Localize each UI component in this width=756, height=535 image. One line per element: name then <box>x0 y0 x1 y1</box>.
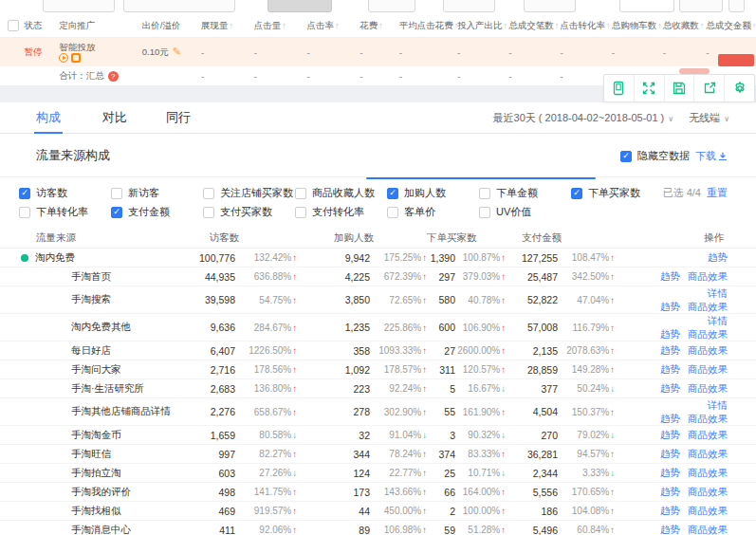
sort-arrow-icon[interactable]: ↑ <box>335 21 340 30</box>
trend-link[interactable]: 趋势 <box>660 467 680 478</box>
column-header-10[interactable]: 点击转化率↑ <box>560 20 611 32</box>
product-effect-link[interactable]: 商品效果 <box>688 505 728 516</box>
column-header-11[interactable]: 总购物车数↑ <box>612 20 663 32</box>
campaign-row[interactable]: 暂停 智能投放 0.10元✎ ----------- <box>0 38 756 66</box>
table-row[interactable]: 淘内免费100,776132.42%↑9,942175.25%↑1,390100… <box>0 249 756 268</box>
toolbar-dropdown-cutoff[interactable] <box>619 0 674 12</box>
select-all-checkbox[interactable] <box>8 20 19 31</box>
toolbar-button-cutoff[interactable] <box>43 0 115 12</box>
detail-link[interactable]: 详情 <box>708 287 728 299</box>
export-button[interactable] <box>694 75 725 101</box>
detail-link[interactable]: 详情 <box>708 399 728 411</box>
metric-filter-2-3[interactable]: 支付转化率 <box>295 205 387 219</box>
column-header-12[interactable]: 总收藏数↑ <box>663 20 706 32</box>
toolbar-mini-button-cutoff[interactable] <box>728 0 745 12</box>
product-effect-link[interactable]: 商品效果 <box>688 413 728 424</box>
table-row[interactable]: 手淘首页44,935636.88%↑4,225672.39%↑297379.03… <box>0 268 756 286</box>
table-row[interactable]: 手淘拍立淘60327.26%↓12422.77%↑2510.71%↓2,3443… <box>0 464 756 483</box>
terminal-select[interactable]: 无线端∨ <box>689 111 729 125</box>
metric-filter-1-2[interactable]: 关注店铺买家数 <box>203 186 295 200</box>
filter-checkbox[interactable]: ✓ <box>19 188 30 199</box>
sort-arrow-icon[interactable]: ↑ <box>282 21 286 30</box>
download-link[interactable]: 下载 <box>695 149 728 163</box>
sort-arrow-icon[interactable]: ↑ <box>229 21 233 30</box>
column-header-5[interactable]: 点击率↑ <box>307 20 360 32</box>
metric-filter-1-0[interactable]: ✓访客数 <box>19 186 111 200</box>
trend-link[interactable]: 趋势 <box>660 413 680 424</box>
table-row[interactable]: 淘内免费其他9,636284.67%↑1,235225.86%↑600106.9… <box>0 314 756 341</box>
tab-peers[interactable]: 同行 <box>166 102 191 134</box>
metric-filter-2-2[interactable]: 支付买家数 <box>203 205 295 219</box>
help-icon[interactable]: ? <box>108 71 119 82</box>
column-header-4[interactable]: 点击量↑ <box>254 20 307 32</box>
toolbar-button-cutoff[interactable] <box>443 0 495 12</box>
product-effect-link[interactable]: 商品效果 <box>688 363 728 375</box>
hide-empty-checkbox[interactable]: ✓ <box>620 151 632 162</box>
trend-link[interactable]: 趋势 <box>660 344 680 356</box>
trend-link[interactable]: 趋势 <box>660 524 680 535</box>
sort-arrow-icon[interactable]: ↑ <box>504 21 508 30</box>
column-header-7[interactable]: 平均点击花费↑ <box>399 20 457 32</box>
mobile-preview-button[interactable] <box>604 75 635 101</box>
product-effect-link[interactable]: 商品效果 <box>688 524 728 535</box>
filter-checkbox[interactable] <box>19 207 30 218</box>
table-row[interactable]: 手淘消息中心41192.06%↑89106.98%↑5951.28%↑5,496… <box>0 521 756 535</box>
filter-checkbox[interactable] <box>479 188 490 199</box>
reset-link[interactable]: 重置 <box>707 186 728 200</box>
sort-arrow-icon[interactable]: ↑ <box>555 21 560 30</box>
trend-link[interactable]: 趋势 <box>660 486 680 497</box>
trend-link[interactable]: 趋势 <box>660 301 680 312</box>
filter-checkbox[interactable] <box>295 188 306 199</box>
table-row[interactable]: 手淘淘金币1,65980.58%↓3291.04%↓390.32%↓27079.… <box>0 426 756 445</box>
table-row[interactable]: 手淘旺信99782.27%↑34478.24%↑37483.33%↑36,281… <box>0 445 756 464</box>
product-effect-link[interactable]: 商品效果 <box>688 270 728 282</box>
edit-bid-icon[interactable]: ✎ <box>173 46 181 57</box>
sort-arrow-icon[interactable]: ↑ <box>657 21 662 30</box>
trend-link[interactable]: 趋势 <box>660 328 680 340</box>
product-effect-link[interactable]: 商品效果 <box>688 486 728 497</box>
metric-filter-2-5[interactable]: UV价值 <box>479 205 571 219</box>
red-button-cutoff[interactable] <box>718 54 754 66</box>
sort-arrow-icon[interactable]: ↑ <box>378 21 383 30</box>
column-header-9[interactable]: 总成交笔数↑ <box>508 20 560 32</box>
fullscreen-button[interactable] <box>635 75 665 101</box>
filter-checkbox[interactable] <box>203 188 214 199</box>
table-row[interactable]: 手淘其他店铺商品详情2,276658.67%↑278302.90%↑55161.… <box>0 398 756 426</box>
tab-compare[interactable]: 对比 <box>102 102 127 134</box>
metric-filter-2-0[interactable]: 下单转化率 <box>19 205 111 219</box>
column-header-13[interactable]: 总成交金额↑ <box>706 20 756 32</box>
filter-checkbox[interactable]: ✓ <box>111 207 122 218</box>
column-header-6[interactable]: 花费↑ <box>360 20 398 32</box>
date-range-select[interactable]: 最近30天 ( 2018-04-02~2018-05-01 )∨ <box>493 111 674 125</box>
table-row[interactable]: 手淘找相似469919.57%↑44450.00%↑2100.00%↑18610… <box>0 502 756 521</box>
filter-checkbox[interactable] <box>203 207 214 218</box>
image-icon[interactable] <box>71 53 81 63</box>
table-row[interactable]: 每日好店6,4071226.50%↑3581093.33%↑272600.00%… <box>0 341 756 360</box>
trend-link[interactable]: 趋势 <box>660 448 680 459</box>
filter-checkbox[interactable] <box>295 207 306 218</box>
filter-checkbox[interactable] <box>387 207 398 218</box>
filter-checkbox[interactable]: ✓ <box>571 188 582 199</box>
metric-filter-1-4[interactable]: ✓加购人数 <box>387 186 479 200</box>
metric-filter-2-4[interactable]: 客单价 <box>387 205 479 219</box>
toolbar-button-cutoff[interactable] <box>123 0 235 12</box>
sort-arrow-icon[interactable]: ↑ <box>752 21 756 30</box>
settings-button[interactable] <box>725 75 754 101</box>
product-effect-link[interactable]: 商品效果 <box>688 448 728 459</box>
trend-link[interactable]: 趋势 <box>660 382 680 394</box>
column-header-3[interactable]: 展现量↑ <box>201 20 254 32</box>
trend-link[interactable]: 趋势 <box>660 505 680 516</box>
toolbar-button-cutoff[interactable] <box>368 0 415 12</box>
metric-filter-1-5[interactable]: 下单金额 <box>479 186 571 200</box>
metric-filter-1-3[interactable]: 商品收藏人数 <box>295 186 387 200</box>
filter-checkbox[interactable] <box>479 207 490 218</box>
product-effect-link[interactable]: 商品效果 <box>688 467 728 478</box>
save-button[interactable] <box>665 75 695 101</box>
product-effect-link[interactable]: 商品效果 <box>688 301 728 312</box>
table-row[interactable]: 手淘我的评价498141.75%↑173143.66%↑66164.00%↑5,… <box>0 483 756 502</box>
toolbar-button-cutoff[interactable] <box>524 0 576 12</box>
sort-arrow-icon[interactable]: ↑ <box>606 21 611 30</box>
filter-checkbox[interactable]: ✓ <box>387 188 398 199</box>
metric-filter-1-1[interactable]: 新访客 <box>111 186 203 200</box>
filter-scroll-indicator[interactable] <box>366 177 596 179</box>
